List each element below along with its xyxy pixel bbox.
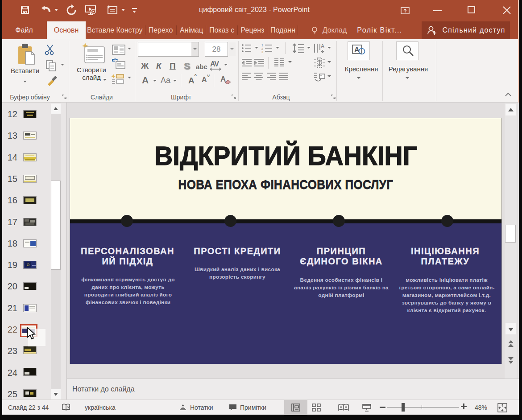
svg-text:3: 3 (261, 50, 263, 53)
svg-text:А: А (321, 43, 324, 49)
svg-text:1: 1 (261, 44, 263, 47)
svg-text:2: 2 (261, 47, 263, 50)
